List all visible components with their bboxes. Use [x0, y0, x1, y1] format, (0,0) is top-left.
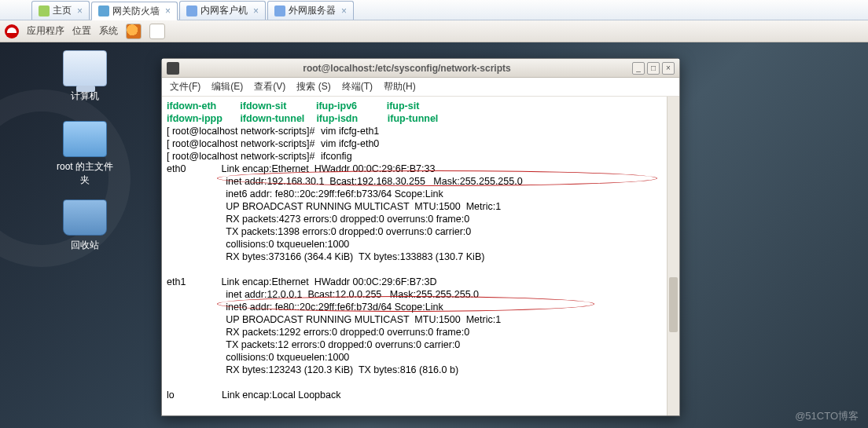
terminal-window: root@localhost:/etc/sysconfig/network-sc…	[161, 58, 680, 416]
menu-edit[interactable]: 编辑(E)	[211, 80, 243, 93]
icon-label: root 的主文件夹	[57, 161, 113, 185]
close-icon[interactable]: ×	[341, 5, 347, 16]
desktop[interactable]: 计算机 root 的主文件夹 回收站 root@localhost:/etc/s…	[0, 42, 868, 428]
gnome-top-panel: 应用程序 位置 系统	[0, 20, 868, 42]
tab-label: 外网服务器	[289, 4, 336, 17]
menu-places[interactable]: 位置	[72, 24, 91, 38]
tab-label: 网关防火墙	[112, 5, 160, 18]
vm-tab-bar: 主页 × 网关防火墙 × 内网客户机 × 外网服务器 ×	[0, 0, 868, 20]
vm-tab-home[interactable]: 主页 ×	[31, 1, 90, 20]
terminal-titlebar[interactable]: root@localhost:/etc/sysconfig/network-sc…	[162, 59, 679, 78]
firewall-icon	[98, 5, 109, 16]
terminal-scrollbar[interactable]	[667, 97, 679, 415]
close-button[interactable]: ×	[662, 62, 675, 75]
tab-label: 主页	[53, 4, 72, 17]
terminal-icon	[167, 62, 179, 75]
close-icon[interactable]: ×	[77, 5, 83, 16]
wan-icon	[274, 5, 285, 16]
desktop-icon-computer[interactable]: 计算机	[53, 50, 116, 103]
vm-tab-wan-server[interactable]: 外网服务器 ×	[267, 1, 354, 20]
desktop-icon-home[interactable]: root 的主文件夹	[53, 121, 116, 187]
computer-icon	[63, 50, 107, 86]
icon-label: 回收站	[71, 240, 99, 251]
scrollbar-thumb[interactable]	[669, 277, 678, 332]
terminal-menubar: 文件(F) 编辑(E) 查看(V) 搜索 (S) 终端(T) 帮助(H)	[162, 78, 679, 97]
maximize-button[interactable]: □	[647, 62, 660, 75]
icon-label: 计算机	[71, 90, 99, 101]
folder-home-icon	[63, 121, 107, 157]
menu-system[interactable]: 系统	[99, 24, 118, 38]
app-launcher-icon[interactable]	[149, 24, 165, 39]
terminal-output[interactable]: ifdown-eth ifdown-sit ifup-ipv6 ifup-sit…	[162, 97, 679, 415]
menu-search[interactable]: 搜索 (S)	[296, 80, 330, 93]
firefox-icon[interactable]	[126, 24, 142, 39]
menu-applications[interactable]: 应用程序	[27, 24, 64, 38]
close-icon[interactable]: ×	[253, 5, 259, 16]
window-title: root@localhost:/etc/sysconfig/network-sc…	[184, 63, 630, 74]
watermark: @51CTO博客	[795, 409, 859, 423]
home-icon	[39, 5, 50, 16]
lan-icon	[186, 5, 197, 16]
close-icon[interactable]: ×	[165, 5, 171, 16]
trash-icon	[63, 199, 107, 236]
minimize-button[interactable]: _	[632, 62, 645, 75]
menu-help[interactable]: 帮助(H)	[384, 80, 416, 93]
desktop-icon-trash[interactable]: 回收站	[53, 199, 116, 252]
tab-label: 内网客户机	[200, 4, 248, 17]
redhat-icon[interactable]	[5, 24, 19, 38]
vm-tab-firewall[interactable]: 网关防火墙 ×	[91, 2, 178, 20]
menu-view[interactable]: 查看(V)	[254, 80, 285, 93]
vm-tab-lan-client[interactable]: 内网客户机 ×	[179, 1, 266, 20]
menu-terminal[interactable]: 终端(T)	[342, 80, 373, 93]
menu-file[interactable]: 文件(F)	[170, 80, 200, 93]
